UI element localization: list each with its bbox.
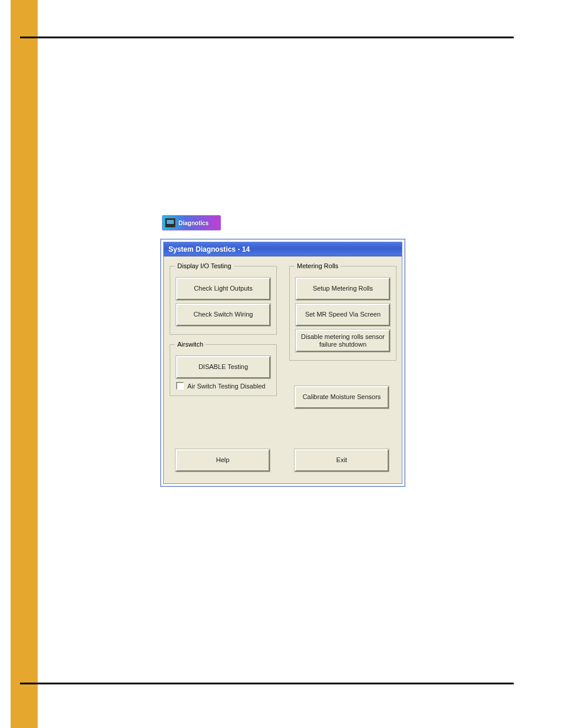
disable-testing-button[interactable]: DISABLE Testing	[176, 356, 270, 378]
display-io-testing-legend: Display I/O Testing	[175, 262, 234, 269]
right-column: Metering Rolls Setup Metering Rolls Set …	[289, 262, 396, 367]
metering-rolls-legend: Metering Rolls	[295, 262, 340, 269]
air-switch-testing-disabled-checkbox-row[interactable]: Air Switch Testing Disabled	[176, 382, 270, 390]
check-switch-wiring-button[interactable]: Check Switch Wiring	[176, 304, 270, 326]
air-switch-testing-disabled-checkbox[interactable]	[176, 382, 184, 390]
airswitch-group: Airswitch DISABLE Testing Air Switch Tes…	[170, 341, 277, 396]
diagnostics-launcher-button[interactable]: Diagnotics	[162, 215, 221, 230]
system-diagnostics-window: System Diagnostics - 14 Display I/O Test…	[160, 239, 405, 487]
document-page: Diagnotics System Diagnostics - 14 Displ…	[0, 0, 562, 728]
diagnostics-icon	[165, 218, 176, 228]
calibrate-moisture-sensors-button[interactable]: Calibrate Moisture Sensors	[295, 386, 389, 409]
disable-metering-rolls-sensor-button[interactable]: Disable metering rolls sensor failure sh…	[296, 330, 390, 352]
set-mr-speed-button[interactable]: Set MR Speed Via Screen	[296, 304, 390, 326]
left-page-stripe	[11, 0, 38, 728]
window-title-text: System Diagnostics - 14	[168, 245, 250, 253]
air-switch-testing-disabled-label: Air Switch Testing Disabled	[187, 383, 265, 390]
left-column: Display I/O Testing Check Light Outputs …	[170, 262, 277, 402]
metering-rolls-group: Metering Rolls Setup Metering Rolls Set …	[289, 262, 396, 361]
setup-metering-rolls-button[interactable]: Setup Metering Rolls	[296, 278, 390, 300]
window-client-area: Display I/O Testing Check Light Outputs …	[164, 256, 402, 483]
window-inner-frame: System Diagnostics - 14 Display I/O Test…	[163, 242, 402, 484]
horizontal-rule-top	[20, 37, 514, 38]
diagnostics-launcher-label: Diagnotics	[178, 220, 209, 226]
exit-button[interactable]: Exit	[295, 449, 389, 472]
horizontal-rule-bottom	[20, 683, 514, 684]
airswitch-legend: Airswitch	[175, 341, 206, 348]
check-light-outputs-button[interactable]: Check Light Outputs	[176, 278, 270, 300]
display-io-testing-group: Display I/O Testing Check Light Outputs …	[170, 262, 277, 335]
window-title-bar[interactable]: System Diagnostics - 14	[164, 242, 402, 256]
help-button[interactable]: Help	[176, 449, 270, 472]
